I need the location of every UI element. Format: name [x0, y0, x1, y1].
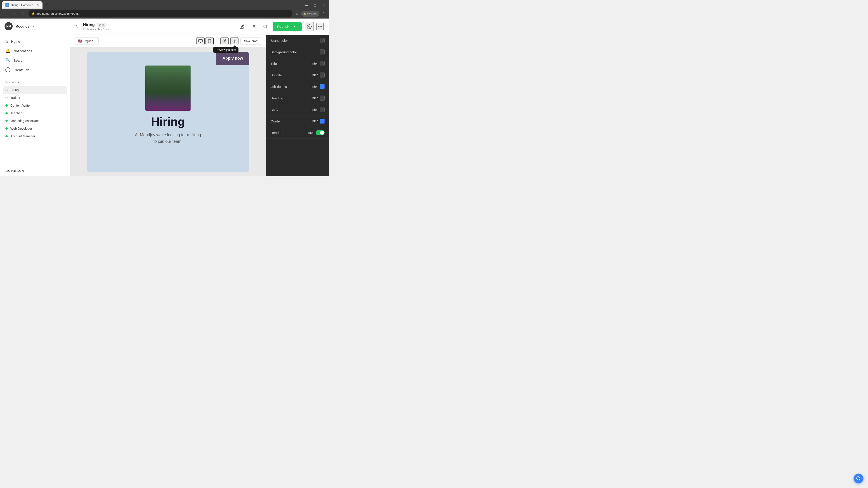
- forward-button[interactable]: ›: [11, 10, 18, 17]
- language-label: English: [84, 39, 93, 43]
- title-font-swatch[interactable]: [320, 61, 324, 66]
- job-details-font-value: Inter: [311, 85, 318, 88]
- job-item-web-developer[interactable]: Web Developer: [3, 125, 67, 132]
- list-tool-button[interactable]: [249, 22, 258, 31]
- heading-font-swatch[interactable]: [320, 96, 324, 101]
- chevron-down-icon[interactable]: ▾: [33, 25, 34, 28]
- new-tab-button[interactable]: +: [42, 1, 50, 8]
- search-icon: 🔍: [5, 58, 10, 63]
- job-item-content-writer[interactable]: Content Writer: [3, 102, 67, 109]
- home-icon: ⌂: [5, 39, 8, 44]
- settings-button[interactable]: [305, 22, 314, 31]
- job-details-font-swatch[interactable]: [320, 84, 324, 89]
- edit-tool-button[interactable]: [237, 22, 246, 31]
- job-hero-image: [145, 66, 191, 111]
- edit-mode-button[interactable]: [220, 37, 228, 45]
- sidebar-item-notifications[interactable]: 🔔 Notifications: [3, 46, 67, 56]
- chevron-down-icon: ▾: [18, 81, 19, 84]
- description-line2: to join our team.: [153, 139, 182, 144]
- account-manager-dot: [5, 135, 8, 137]
- sidebar: MM Moodjoy ▾ ⌂ Home 🔔 Notifications 🔍 Se…: [0, 19, 70, 176]
- back-button[interactable]: ‹: [3, 10, 9, 17]
- language-selector[interactable]: 🇺🇸 English ▾: [74, 37, 98, 45]
- reload-button[interactable]: ↻: [20, 10, 26, 17]
- tab-close-icon[interactable]: ✕: [37, 3, 39, 6]
- address-bar[interactable]: 🔒 app.homerun.co/job/336546/edit: [29, 10, 292, 17]
- job-item-account-manager[interactable]: Account Manager: [3, 132, 67, 140]
- home-label: Home: [11, 39, 20, 43]
- bookmark-icon[interactable]: ☆: [294, 11, 300, 17]
- trainer-dot: [5, 97, 8, 99]
- background-color-item: Background color: [266, 46, 329, 58]
- tab-title: Hiring - Homerun: [11, 3, 33, 7]
- job-description-display: At Moodjoy we're looking for a Hiring to…: [87, 132, 249, 154]
- sidebar-item-search[interactable]: 🔍 Search: [3, 56, 67, 65]
- hiring-label: Hiring: [10, 88, 19, 92]
- sidebar-header: MM Moodjoy ▾: [0, 19, 70, 34]
- job-item-marketing-associate[interactable]: Marketing Associate: [3, 117, 67, 125]
- background-color-swatch[interactable]: [320, 50, 324, 55]
- publish-label: Publish: [277, 25, 289, 29]
- search-tool-button[interactable]: [261, 22, 270, 31]
- browser-actions: ☆ 🕵 Incognito ⋮: [294, 11, 327, 17]
- create-icon: +: [5, 67, 10, 72]
- title-font-label: Title: [271, 62, 277, 66]
- your-jobs-section: Your jobs ▾: [0, 77, 70, 86]
- apply-now-button[interactable]: Apply now: [216, 52, 249, 65]
- browser-tab-active[interactable]: H Hiring - Homerun ✕: [2, 1, 42, 8]
- job-title-display: Hiring: [87, 115, 249, 132]
- header-typography-item: Header Inter: [266, 127, 329, 138]
- mobile-view-button[interactable]: [206, 37, 214, 45]
- job-item-hiring[interactable]: Hiring: [3, 86, 67, 94]
- address-bar-row: ‹ › ↻ 🔒 app.homerun.co/job/336546/edit ☆…: [0, 8, 329, 19]
- quote-font-swatch[interactable]: [320, 119, 324, 124]
- web-developer-label: Web Developer: [10, 127, 32, 130]
- subtitle-font-swatch[interactable]: [320, 72, 324, 77]
- preview-eye-button[interactable]: [230, 37, 239, 45]
- homerun-logo: HOMERUN: [0, 165, 70, 176]
- more-options-button[interactable]: •••: [316, 23, 324, 30]
- draft-badge: Draft: [97, 23, 106, 27]
- publish-button[interactable]: Publish ▾: [273, 22, 302, 31]
- window-maximize-button[interactable]: □: [312, 2, 318, 8]
- content-area: 🇺🇸 English ▾: [70, 35, 329, 176]
- account-manager-label: Account Manager: [10, 134, 35, 138]
- subtitle-typography-item: Subtitle Inter: [266, 69, 329, 81]
- app-header: ↻ Hiring Draft Full-time · New York: [70, 19, 329, 35]
- preview-button-wrapper: Preview job post: [230, 37, 239, 45]
- brand-color-swatch[interactable]: [320, 38, 324, 43]
- svg-point-6: [264, 25, 267, 28]
- job-details-typography-item: Job details Inter: [266, 81, 329, 92]
- header-toggle[interactable]: [315, 130, 324, 135]
- desktop-view-button[interactable]: [196, 37, 205, 45]
- incognito-badge: 🕵 Incognito: [301, 11, 319, 17]
- more-options-icon[interactable]: ⋮: [321, 11, 327, 17]
- sidebar-item-create-job[interactable]: + Create job: [3, 65, 67, 74]
- trainer-label: Trainer: [10, 96, 20, 100]
- search-label: Search: [13, 59, 24, 62]
- body-font-swatch[interactable]: [320, 107, 324, 112]
- canvas-area: 🇺🇸 English ▾: [70, 35, 266, 176]
- heading-font-value: Inter: [311, 96, 318, 100]
- window-minimize-button[interactable]: ─: [303, 2, 309, 8]
- hiring-dot: [5, 89, 8, 91]
- job-item-teacher[interactable]: Teacher: [3, 109, 67, 117]
- job-item-trainer[interactable]: Trainer: [3, 94, 67, 102]
- sidebar-item-home[interactable]: ⌂ Home: [3, 37, 67, 46]
- logo-text: HOMERUN: [5, 169, 24, 172]
- job-canvas: Apply now Hiring At Moodjoy we're lookin…: [70, 47, 266, 176]
- header-tools: Publish ▾ •••: [237, 22, 324, 31]
- job-main-title: Hiring Draft: [83, 22, 109, 27]
- quote-font-value: Inter: [311, 119, 318, 123]
- view-toggle: [196, 37, 214, 45]
- header-font-value: Inter: [307, 131, 314, 134]
- save-draft-button[interactable]: Save draft: [240, 37, 261, 45]
- canvas-actions: Preview job post Save draft: [220, 37, 261, 45]
- canvas-toolbar: 🇺🇸 English ▾: [70, 35, 266, 47]
- subtitle-font-label: Subtitle: [271, 73, 282, 77]
- create-job-label: Create job: [13, 68, 29, 72]
- body-font-value: Inter: [311, 108, 318, 111]
- window-close-button[interactable]: ✕: [321, 2, 327, 8]
- brand-color-label: Brand color: [271, 39, 288, 42]
- job-meta: Full-time · New York: [83, 28, 109, 31]
